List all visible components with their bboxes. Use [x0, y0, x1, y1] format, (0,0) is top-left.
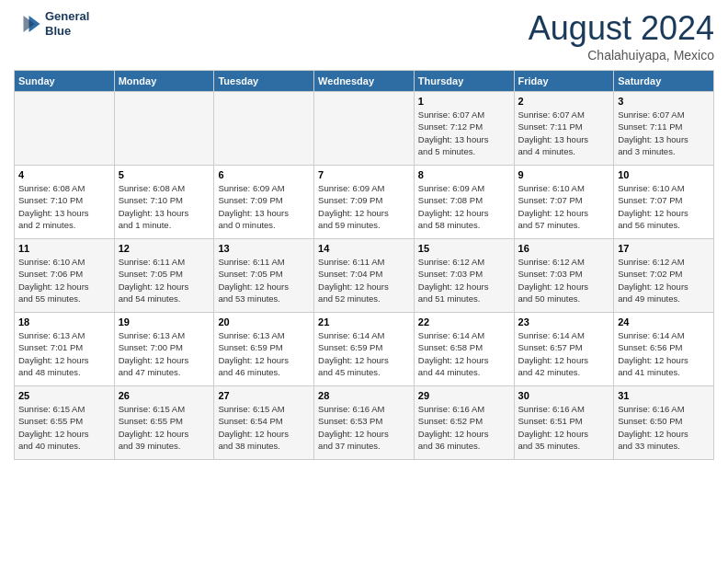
day-number: 29: [418, 390, 510, 401]
calendar-cell: 31Sunrise: 6:16 AM Sunset: 6:50 PM Dayli…: [614, 386, 714, 460]
calendar-cell: 7Sunrise: 6:09 AM Sunset: 7:09 PM Daylig…: [314, 166, 415, 239]
day-number: 3: [618, 96, 710, 107]
day-number: 20: [218, 316, 310, 327]
weekday-header-sunday: Sunday: [15, 71, 115, 92]
day-info: Sunrise: 6:16 AM Sunset: 6:52 PM Dayligh…: [418, 403, 510, 452]
weekday-header-thursday: Thursday: [414, 71, 514, 92]
weekday-header-row: SundayMondayTuesdayWednesdayThursdayFrid…: [15, 71, 714, 92]
calendar-cell: 22Sunrise: 6:14 AM Sunset: 6:58 PM Dayli…: [414, 313, 514, 386]
day-number: 17: [618, 243, 710, 254]
day-number: 8: [418, 169, 510, 180]
day-info: Sunrise: 6:14 AM Sunset: 6:58 PM Dayligh…: [418, 329, 510, 378]
day-info: Sunrise: 6:12 AM Sunset: 7:03 PM Dayligh…: [518, 256, 610, 304]
day-info: Sunrise: 6:12 AM Sunset: 7:02 PM Dayligh…: [618, 256, 710, 304]
week-row-1: 1Sunrise: 6:07 AM Sunset: 7:12 PM Daylig…: [15, 92, 714, 166]
day-info: Sunrise: 6:07 AM Sunset: 7:12 PM Dayligh…: [418, 109, 510, 157]
location: Chalahuiyapa, Mexico: [529, 48, 714, 63]
day-number: 16: [518, 243, 610, 254]
calendar-cell: 16Sunrise: 6:12 AM Sunset: 7:03 PM Dayli…: [514, 239, 614, 313]
day-info: Sunrise: 6:10 AM Sunset: 7:07 PM Dayligh…: [618, 182, 710, 231]
calendar-cell: 21Sunrise: 6:14 AM Sunset: 6:59 PM Dayli…: [314, 313, 415, 386]
calendar-cell: 30Sunrise: 6:16 AM Sunset: 6:51 PM Dayli…: [514, 386, 614, 460]
day-number: 22: [418, 316, 510, 327]
week-row-3: 11Sunrise: 6:10 AM Sunset: 7:06 PM Dayli…: [15, 239, 714, 313]
calendar-cell: 15Sunrise: 6:12 AM Sunset: 7:03 PM Dayli…: [414, 239, 514, 313]
day-number: 31: [618, 390, 710, 401]
logo-icon: [14, 10, 41, 38]
day-info: Sunrise: 6:10 AM Sunset: 7:07 PM Dayligh…: [518, 182, 610, 231]
day-number: 18: [18, 316, 110, 327]
day-info: Sunrise: 6:09 AM Sunset: 7:09 PM Dayligh…: [218, 182, 310, 231]
day-info: Sunrise: 6:13 AM Sunset: 7:01 PM Dayligh…: [18, 329, 110, 378]
calendar-cell: 13Sunrise: 6:11 AM Sunset: 7:05 PM Dayli…: [214, 239, 314, 313]
day-number: 2: [518, 96, 610, 107]
day-info: Sunrise: 6:10 AM Sunset: 7:06 PM Dayligh…: [18, 256, 110, 304]
day-number: 9: [518, 169, 610, 180]
day-info: Sunrise: 6:14 AM Sunset: 6:57 PM Dayligh…: [518, 329, 610, 378]
day-info: Sunrise: 6:15 AM Sunset: 6:55 PM Dayligh…: [18, 403, 110, 452]
calendar-cell: [314, 92, 415, 166]
day-number: 30: [518, 390, 610, 401]
day-info: Sunrise: 6:08 AM Sunset: 7:10 PM Dayligh…: [119, 182, 210, 231]
day-number: 21: [318, 316, 410, 327]
day-number: 23: [518, 316, 610, 327]
day-number: 15: [418, 243, 510, 254]
day-info: Sunrise: 6:11 AM Sunset: 7:05 PM Dayligh…: [119, 256, 210, 304]
day-number: 27: [218, 390, 310, 401]
day-number: 6: [218, 169, 310, 180]
calendar-cell: 8Sunrise: 6:09 AM Sunset: 7:08 PM Daylig…: [414, 166, 514, 239]
calendar-cell: 24Sunrise: 6:14 AM Sunset: 6:56 PM Dayli…: [614, 313, 714, 386]
day-number: 12: [119, 243, 210, 254]
weekday-header-wednesday: Wednesday: [314, 71, 415, 92]
day-info: Sunrise: 6:15 AM Sunset: 6:54 PM Dayligh…: [218, 403, 310, 452]
calendar-cell: 25Sunrise: 6:15 AM Sunset: 6:55 PM Dayli…: [15, 386, 115, 460]
day-number: 11: [18, 243, 110, 254]
day-info: Sunrise: 6:09 AM Sunset: 7:09 PM Dayligh…: [318, 182, 410, 231]
weekday-header-saturday: Saturday: [614, 71, 714, 92]
day-info: Sunrise: 6:09 AM Sunset: 7:08 PM Dayligh…: [418, 182, 510, 231]
day-info: Sunrise: 6:12 AM Sunset: 7:03 PM Dayligh…: [418, 256, 510, 304]
calendar-cell: 3Sunrise: 6:07 AM Sunset: 7:11 PM Daylig…: [614, 92, 714, 166]
calendar-cell: 28Sunrise: 6:16 AM Sunset: 6:53 PM Dayli…: [314, 386, 415, 460]
calendar-cell: 23Sunrise: 6:14 AM Sunset: 6:57 PM Dayli…: [514, 313, 614, 386]
calendar-cell: [214, 92, 314, 166]
day-info: Sunrise: 6:13 AM Sunset: 6:59 PM Dayligh…: [218, 329, 310, 378]
weekday-header-tuesday: Tuesday: [214, 71, 314, 92]
logo: General Blue: [14, 9, 89, 38]
logo-text: General Blue: [45, 9, 89, 38]
day-info: Sunrise: 6:08 AM Sunset: 7:10 PM Dayligh…: [18, 182, 110, 231]
day-number: 10: [618, 169, 710, 180]
calendar-cell: 1Sunrise: 6:07 AM Sunset: 7:12 PM Daylig…: [414, 92, 514, 166]
day-number: 14: [318, 243, 410, 254]
calendar-cell: 4Sunrise: 6:08 AM Sunset: 7:10 PM Daylig…: [15, 166, 115, 239]
calendar-cell: 10Sunrise: 6:10 AM Sunset: 7:07 PM Dayli…: [614, 166, 714, 239]
calendar-table: SundayMondayTuesdayWednesdayThursdayFrid…: [14, 70, 714, 460]
day-info: Sunrise: 6:16 AM Sunset: 6:53 PM Dayligh…: [318, 403, 410, 452]
calendar-cell: 26Sunrise: 6:15 AM Sunset: 6:55 PM Dayli…: [114, 386, 214, 460]
calendar-cell: 14Sunrise: 6:11 AM Sunset: 7:04 PM Dayli…: [314, 239, 415, 313]
week-row-4: 18Sunrise: 6:13 AM Sunset: 7:01 PM Dayli…: [15, 313, 714, 386]
day-number: 25: [18, 390, 110, 401]
calendar-cell: 6Sunrise: 6:09 AM Sunset: 7:09 PM Daylig…: [214, 166, 314, 239]
calendar-cell: [114, 92, 214, 166]
calendar-cell: 18Sunrise: 6:13 AM Sunset: 7:01 PM Dayli…: [15, 313, 115, 386]
day-number: 1: [418, 96, 510, 107]
day-number: 26: [119, 390, 210, 401]
day-number: 28: [318, 390, 410, 401]
day-info: Sunrise: 6:07 AM Sunset: 7:11 PM Dayligh…: [518, 109, 610, 157]
day-info: Sunrise: 6:07 AM Sunset: 7:11 PM Dayligh…: [618, 109, 710, 157]
day-number: 4: [18, 169, 110, 180]
day-number: 24: [618, 316, 710, 327]
day-info: Sunrise: 6:11 AM Sunset: 7:05 PM Dayligh…: [218, 256, 310, 304]
day-number: 13: [218, 243, 310, 254]
day-info: Sunrise: 6:16 AM Sunset: 6:51 PM Dayligh…: [518, 403, 610, 452]
title-block: August 2024 Chalahuiyapa, Mexico: [529, 9, 714, 63]
weekday-header-friday: Friday: [514, 71, 614, 92]
month-title: August 2024: [529, 9, 714, 48]
day-info: Sunrise: 6:15 AM Sunset: 6:55 PM Dayligh…: [119, 403, 210, 452]
calendar-cell: 29Sunrise: 6:16 AM Sunset: 6:52 PM Dayli…: [414, 386, 514, 460]
day-number: 5: [119, 169, 210, 180]
calendar-cell: 20Sunrise: 6:13 AM Sunset: 6:59 PM Dayli…: [214, 313, 314, 386]
calendar-cell: 27Sunrise: 6:15 AM Sunset: 6:54 PM Dayli…: [214, 386, 314, 460]
day-info: Sunrise: 6:11 AM Sunset: 7:04 PM Dayligh…: [318, 256, 410, 304]
